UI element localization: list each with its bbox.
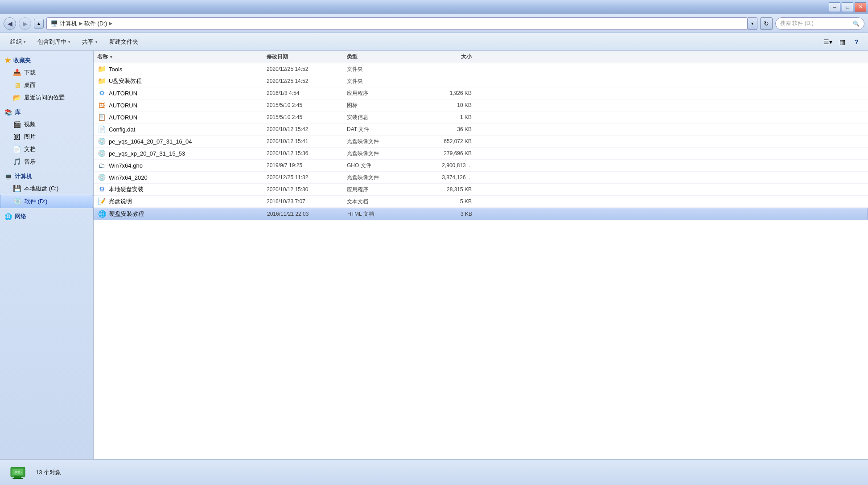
file-name: AUTORUN xyxy=(109,102,137,109)
sidebar-item-video[interactable]: 🎬 视频 xyxy=(0,118,93,131)
minimize-button[interactable]: ─ xyxy=(829,2,840,12)
address-dropdown-button[interactable]: ▾ xyxy=(748,17,757,30)
table-row[interactable]: 📋 AUTORUN 2015/5/10 2:45 安装信息 1 KB xyxy=(94,111,868,123)
computer-icon: 💻 xyxy=(4,173,12,180)
file-rows-container: 📁 Tools 2020/12/25 14:52 文件夹 📁 U盘安装教程 20… xyxy=(94,63,868,220)
file-icon: 📋 xyxy=(97,113,106,122)
sidebar-item-soft-d[interactable]: 💿 软件 (D:) xyxy=(0,195,93,208)
file-type: GHO 文件 xyxy=(347,162,409,169)
table-row[interactable]: 🗂 Win7x64.gho 2019/9/7 19:25 GHO 文件 2,90… xyxy=(94,160,868,172)
file-name: Tools xyxy=(109,66,122,73)
file-type: HTML 文档 xyxy=(347,210,410,218)
col-type-header[interactable]: 类型 xyxy=(347,53,409,61)
new-folder-button[interactable]: 新建文件夹 xyxy=(104,35,143,49)
sidebar-item-music[interactable]: 🎵 音乐 xyxy=(0,156,93,168)
file-icon: 🗂 xyxy=(97,161,106,170)
file-date: 2016/1/8 4:54 xyxy=(267,90,347,96)
back-button[interactable]: ◀ xyxy=(4,17,16,30)
doc-icon: 📄 xyxy=(12,145,21,154)
file-size: 279,696 KB xyxy=(409,150,472,156)
file-name: Win7x64_2020 xyxy=(109,174,148,181)
up-button[interactable]: ▲ xyxy=(34,19,44,29)
share-button[interactable]: 共享 ▾ xyxy=(77,35,103,49)
view-toggle-button[interactable]: ☰ ▾ xyxy=(822,36,834,48)
table-row[interactable]: 📝 光盘说明 2016/10/23 7:07 文本文档 5 KB xyxy=(94,196,868,208)
table-row[interactable]: 🌐 硬盘安装教程 2016/11/21 22:03 HTML 文档 3 KB xyxy=(94,208,868,220)
status-count: 13 个对象 xyxy=(36,469,61,477)
sidebar: ★ 收藏夹 📥 下载 🖥 桌面 📂 最近访问的位置 📚 库 🎬 xyxy=(0,51,94,459)
address-path[interactable]: 🖥️ 计算机 ▶ 软件 (D:) ▶ xyxy=(46,17,748,30)
file-name-cell: 🌐 硬盘安装教程 xyxy=(98,210,267,218)
file-list-header: 名称 ▾ 修改日期 类型 大小 xyxy=(94,51,868,63)
table-row[interactable]: 💿 pe_yqs_xp_20_07_31_15_53 2020/10/12 15… xyxy=(94,148,868,160)
organize-button[interactable]: 组织 ▾ xyxy=(5,35,31,49)
forward-button[interactable]: ▶ xyxy=(19,17,31,30)
table-row[interactable]: 💿 Win7x64_2020 2020/12/25 11:32 光盘映像文件 3… xyxy=(94,172,868,184)
col-name-header[interactable]: 名称 ▾ xyxy=(97,53,267,61)
sidebar-item-desktop[interactable]: 🖥 桌面 xyxy=(0,79,93,91)
col-size-header[interactable]: 大小 xyxy=(409,53,472,61)
video-label: 视频 xyxy=(24,120,36,128)
search-box[interactable]: 搜索 软件 (D:) 🔍 xyxy=(775,17,864,30)
file-date: 2016/11/21 22:03 xyxy=(267,211,347,217)
file-type: 光盘映像文件 xyxy=(347,138,409,145)
help-button[interactable]: ? xyxy=(850,36,863,48)
table-row[interactable]: 📁 U盘安装教程 2020/12/25 14:52 文件夹 xyxy=(94,75,868,87)
file-icon: 💿 xyxy=(97,149,106,158)
refresh-button[interactable]: ↻ xyxy=(760,17,773,30)
table-row[interactable]: 📁 Tools 2020/12/25 14:52 文件夹 xyxy=(94,63,868,75)
help-icon: ? xyxy=(855,38,859,45)
video-icon: 🎬 xyxy=(12,120,21,129)
network-header[interactable]: 🌐 网络 xyxy=(0,211,93,222)
recent-folder-icon: 📂 xyxy=(12,93,21,102)
favorites-header[interactable]: ★ 收藏夹 xyxy=(0,54,93,66)
file-type: 光盘映像文件 xyxy=(347,174,409,181)
maximize-button[interactable]: □ xyxy=(842,2,853,12)
file-name-cell: 📁 Tools xyxy=(97,65,267,74)
computer-label: 计算机 xyxy=(15,173,32,181)
table-row[interactable]: ⚙ AUTORUN 2016/1/8 4:54 应用程序 1,926 KB xyxy=(94,87,868,99)
svg-text:RE -: RE - xyxy=(15,470,22,474)
table-row[interactable]: 💿 pe_yqs_1064_20_07_31_16_04 2020/10/12 … xyxy=(94,136,868,148)
file-size: 28,315 KB xyxy=(409,186,472,193)
table-row[interactable]: 📄 Config.dat 2020/10/12 15:42 DAT 文件 36 … xyxy=(94,123,868,136)
file-list-container: 名称 ▾ 修改日期 类型 大小 📁 Tools 2020/12/25 14:52… xyxy=(94,51,868,459)
table-row[interactable]: ⚙ 本地硬盘安装 2020/10/12 15:30 应用程序 28,315 KB xyxy=(94,184,868,196)
path-separator-1: ▶ xyxy=(79,21,82,26)
folder-icon-small: 🖥️ xyxy=(50,20,58,27)
empty-space[interactable] xyxy=(94,220,868,459)
sidebar-item-doc[interactable]: 📄 文档 xyxy=(0,143,93,156)
path-drive: 软件 (D:) xyxy=(84,20,107,28)
file-icon: 💿 xyxy=(97,137,106,146)
sidebar-item-local-c[interactable]: 💾 本地磁盘 (C:) xyxy=(0,182,93,195)
file-date: 2020/12/25 14:52 xyxy=(267,66,347,72)
sidebar-item-download[interactable]: 📥 下载 xyxy=(0,66,93,79)
picture-icon: 🖼 xyxy=(12,132,21,141)
include-library-button[interactable]: 包含到库中 ▾ xyxy=(33,35,75,49)
computer-section: 💻 计算机 💾 本地磁盘 (C:) 💿 软件 (D:) xyxy=(0,171,93,208)
sidebar-item-recent[interactable]: 📂 最近访问的位置 xyxy=(0,91,93,104)
file-name: AUTORUN xyxy=(109,114,137,121)
close-button[interactable]: ✕ xyxy=(855,2,866,12)
desktop-folder-icon: 🖥 xyxy=(12,81,21,90)
file-name-cell: 📄 Config.dat xyxy=(97,125,267,134)
file-name-cell: 📁 U盘安装教程 xyxy=(97,77,267,86)
col-date-header[interactable]: 修改日期 xyxy=(267,53,347,61)
sidebar-item-picture[interactable]: 🖼 图片 xyxy=(0,131,93,143)
doc-label: 文档 xyxy=(24,145,36,153)
local-c-icon: 💾 xyxy=(12,184,21,193)
soft-d-icon: 💿 xyxy=(13,197,22,206)
preview-pane-button[interactable]: ▦ xyxy=(836,36,848,48)
file-icon: 🖼 xyxy=(97,101,106,110)
file-name-cell: 🖼 AUTORUN xyxy=(97,101,267,110)
table-row[interactable]: 🖼 AUTORUN 2015/5/10 2:45 图标 10 KB xyxy=(94,99,868,111)
file-type: 安装信息 xyxy=(347,114,409,121)
file-size: 1 KB xyxy=(409,114,472,120)
library-header[interactable]: 📚 库 xyxy=(0,107,93,118)
file-date: 2020/10/12 15:42 xyxy=(267,126,347,132)
file-icon: ⚙ xyxy=(97,89,106,98)
file-type: 图标 xyxy=(347,102,409,109)
svg-rect-3 xyxy=(12,478,23,479)
file-name-cell: ⚙ AUTORUN xyxy=(97,89,267,98)
computer-header[interactable]: 💻 计算机 xyxy=(0,171,93,182)
